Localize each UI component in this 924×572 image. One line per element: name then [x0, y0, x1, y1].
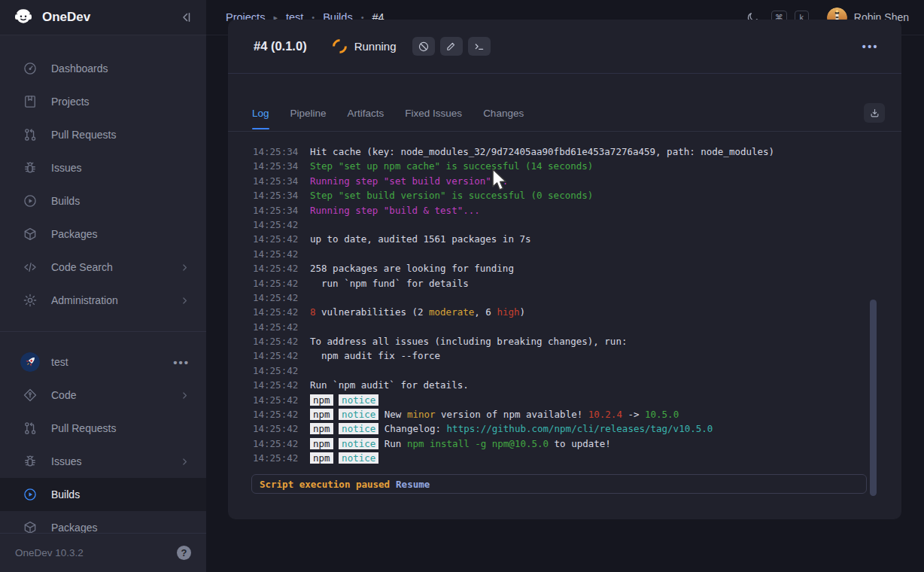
chevron-right-icon	[180, 263, 190, 272]
sidebar-main-nav: DashboardsProjectsPull RequestsIssuesBui…	[0, 35, 206, 317]
log-line: 14:25:42up to date, audited 1561 package…	[253, 232, 901, 246]
log-timestamp: 14:25:34	[253, 174, 298, 188]
log-timestamp: 14:25:42	[253, 218, 298, 232]
log-timestamp: 14:25:42	[253, 320, 298, 334]
log-timestamp: 14:25:42	[253, 247, 298, 261]
chevron-right-icon	[180, 457, 190, 467]
tab-artifacts[interactable]: Artifacts	[348, 95, 384, 131]
more-actions-icon[interactable]: •••	[862, 41, 879, 53]
build-tabs: LogPipelineArtifactsFixed IssuesChanges	[228, 74, 901, 132]
sidebar-item-pull-requests[interactable]: Pull Requests	[0, 118, 206, 151]
log-line: 14:25:42	[253, 364, 901, 378]
log-timestamp: 14:25:42	[253, 407, 298, 421]
sidebar-item-packages[interactable]: Packages	[0, 218, 206, 251]
log-line: 14:25:42To address all issues (including…	[253, 334, 901, 348]
sidebar-item-projects[interactable]: Projects	[0, 85, 206, 118]
build-actions	[412, 37, 491, 56]
log-timestamp: 14:25:42	[253, 305, 298, 319]
build-header: #4 (0.1.0) Running •••	[228, 20, 901, 74]
log-line: 14:25:34Step "set build version" is succ…	[253, 188, 901, 202]
sidebar-item-dashboards[interactable]: Dashboards	[0, 52, 206, 85]
log-timestamp: 14:25:42	[253, 261, 298, 275]
sidebar-item-builds[interactable]: Builds	[0, 184, 206, 218]
book-icon	[23, 94, 38, 109]
log-scrollbar-thumb[interactable]	[870, 300, 877, 496]
main-area: Projects▸test•Builds•#4 ⌘ k	[206, 0, 924, 572]
sidebar-header: OneDev	[0, 0, 206, 35]
chevron-right-icon	[180, 296, 190, 306]
sidebar-item-pull-requests[interactable]: Pull Requests	[0, 412, 206, 445]
sidebar-footer: OneDev 10.3.2 ?	[0, 533, 206, 572]
paused-message: Script execution paused	[260, 479, 390, 490]
log-line: 14:25:34Running step "set build version"…	[253, 174, 901, 188]
tab-fixed-issues[interactable]: Fixed Issues	[405, 95, 462, 131]
git-diamond-icon	[23, 388, 38, 403]
tab-log[interactable]: Log	[252, 95, 269, 131]
tab-pipeline[interactable]: Pipeline	[290, 95, 327, 131]
sidebar: OneDev DashboardsProjectsPull RequestsIs…	[0, 0, 206, 572]
project-name: test	[51, 356, 173, 368]
log-timestamp: 14:25:42	[253, 437, 298, 451]
bug-icon	[23, 160, 38, 175]
edit-build-button[interactable]	[440, 37, 463, 56]
pencil-icon	[445, 41, 457, 52]
log-line: 14:25:34Running step "build & test"...	[253, 203, 901, 218]
log-line: 14:25:34Hit cache (key: node_modules_32/…	[253, 148, 901, 159]
pull-request-icon	[23, 127, 38, 142]
log-line: 14:25:42npm notice	[253, 393, 901, 407]
log-line: 14:25:428 vulnerabilities (2 moderate, 6…	[253, 305, 901, 319]
log-timestamp: 14:25:42	[253, 291, 298, 305]
cancel-build-button[interactable]	[412, 37, 435, 56]
log-line: 14:25:42	[253, 320, 901, 334]
build-log[interactable]: 14:25:34Hit cache (key: node_modules_32/…	[228, 148, 901, 489]
sidebar-collapse-icon[interactable]	[179, 11, 193, 24]
chevron-right-icon	[180, 391, 190, 400]
gauge-icon	[23, 61, 38, 76]
sidebar-item-project-test[interactable]: test •••	[0, 345, 206, 379]
log-timestamp: 14:25:42	[253, 393, 298, 407]
sidebar-project-section: test ••• CodePull RequestsIssuesBuildsPa…	[0, 331, 206, 544]
build-card: #4 (0.1.0) Running ••• LogPipelineArtifa…	[228, 20, 901, 519]
download-log-button[interactable]	[864, 103, 885, 123]
sidebar-item-administration[interactable]: Administration	[0, 284, 206, 317]
log-line: 14:25:42	[253, 291, 901, 305]
sidebar-item-code-search[interactable]: Code Search	[0, 251, 206, 284]
app-title: OneDev	[42, 10, 179, 25]
tab-changes[interactable]: Changes	[483, 95, 524, 131]
sidebar-item-code[interactable]: Code	[0, 379, 206, 412]
pull-request-icon	[23, 421, 38, 436]
sidebar-item-builds[interactable]: Builds	[0, 478, 206, 511]
log-line: 14:25:34Step "set up npm cache" is succe…	[253, 159, 901, 173]
log-timestamp: 14:25:34	[253, 159, 298, 173]
cancel-icon	[418, 41, 430, 53]
build-status: Running	[354, 40, 397, 53]
log-timestamp: 14:25:42	[253, 421, 298, 436]
onedev-logo-icon[interactable]	[12, 6, 35, 29]
log-line: 14:25:42npm notice	[253, 451, 901, 465]
gear-icon	[23, 293, 38, 308]
log-timestamp: 14:25:34	[253, 188, 298, 202]
log-line: 14:25:42npm notice Changelog: https://gi…	[253, 421, 901, 436]
sidebar-item-issues[interactable]: Issues	[0, 151, 206, 184]
log-line: 14:25:42Run `npm audit` for details.	[253, 378, 901, 392]
log-lines: 14:25:34Hit cache (key: node_modules_32/…	[228, 148, 901, 466]
package-icon	[23, 227, 38, 242]
log-line: 14:25:42 run `npm fund` for details	[253, 276, 901, 291]
log-line: 14:25:42npm notice New minor version of …	[253, 407, 901, 421]
log-line: 14:25:42	[253, 218, 901, 232]
resume-link[interactable]: Resume	[396, 479, 430, 490]
play-circle-icon	[23, 193, 38, 208]
code-icon	[23, 260, 38, 275]
log-line: 14:25:42258 packages are looking for fun…	[253, 261, 901, 275]
build-title: #4 (0.1.0)	[254, 39, 307, 53]
log-timestamp: 14:25:34	[253, 203, 298, 218]
project-more-icon[interactable]: •••	[173, 356, 190, 369]
web-terminal-button[interactable]	[468, 37, 491, 56]
sidebar-project-nav: CodePull RequestsIssuesBuildsPackages	[0, 379, 206, 544]
running-spinner-icon	[330, 36, 350, 56]
log-line: 14:25:42 npm audit fix --force	[253, 348, 901, 363]
log-line: 14:25:42	[253, 247, 901, 261]
terminal-icon	[473, 41, 485, 53]
help-icon[interactable]: ?	[177, 546, 191, 560]
sidebar-item-issues[interactable]: Issues	[0, 445, 206, 478]
